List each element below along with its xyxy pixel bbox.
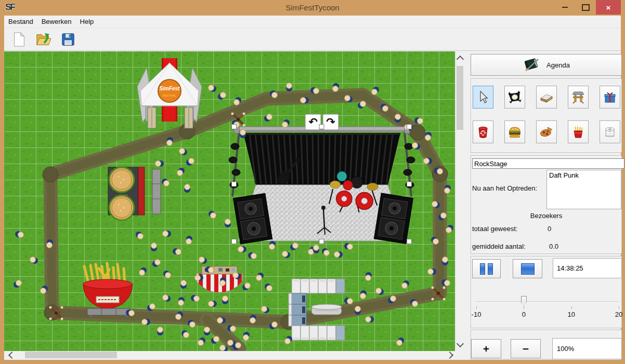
new-document-button[interactable] xyxy=(10,31,28,48)
selection-handle[interactable] xyxy=(319,125,324,129)
visitor xyxy=(178,297,185,306)
selection-handle[interactable] xyxy=(232,182,237,186)
horizontal-scrollbar[interactable] xyxy=(4,351,455,359)
visitor xyxy=(151,243,157,252)
turnstile xyxy=(185,107,193,128)
visitor xyxy=(209,301,217,307)
toilet-block[interactable] xyxy=(289,279,345,340)
minimize-button[interactable] xyxy=(554,0,575,15)
tool-fries[interactable] xyxy=(568,120,589,143)
window-title: SimFestTycoon xyxy=(0,3,625,12)
visitor xyxy=(286,83,292,92)
vertical-scrollbar[interactable] xyxy=(455,51,464,349)
tool-select[interactable] xyxy=(473,86,493,109)
visitor xyxy=(205,266,214,273)
selection-handle[interactable] xyxy=(407,182,412,186)
selection-handle[interactable] xyxy=(232,125,237,129)
fries-icon xyxy=(571,125,585,139)
slider-track[interactable] xyxy=(476,301,619,303)
stage-name-input[interactable] xyxy=(472,158,624,169)
visitor xyxy=(248,252,257,259)
vertical-scroll-thumb[interactable] xyxy=(457,66,463,130)
svg-text:FESTIVAL: FESTIVAL xyxy=(163,94,176,97)
visitor xyxy=(126,309,135,316)
svg-text:SimFest: SimFest xyxy=(160,86,180,91)
maximize-icon xyxy=(582,4,590,11)
agenda-button[interactable]: Agenda xyxy=(471,54,622,76)
agenda-book-icon xyxy=(523,57,540,74)
pizza-icon xyxy=(540,125,553,139)
zoom-out-button[interactable]: − xyxy=(511,339,541,358)
file-toolbar xyxy=(4,28,621,50)
now-playing-label: Nu aan het Optreden: xyxy=(472,184,537,192)
speed-slider[interactable]: -1001020 xyxy=(471,293,622,324)
visitor xyxy=(167,137,174,146)
visitor xyxy=(47,239,54,248)
rotate-right-button[interactable]: ↷ xyxy=(323,114,338,130)
side-panel: Agenda Nu aan het Optreden: Daft Punk Be… xyxy=(465,51,621,360)
maximize-button[interactable] xyxy=(575,0,596,15)
save-button[interactable] xyxy=(59,31,77,48)
bench[interactable] xyxy=(152,169,161,214)
visitor xyxy=(195,275,204,281)
visitor xyxy=(366,272,372,281)
clock-value: 14:38:25 xyxy=(557,264,583,272)
visitor xyxy=(355,306,361,315)
open-folder-button[interactable] xyxy=(35,31,53,48)
slider-label-0: 0 xyxy=(522,311,526,318)
close-button[interactable]: × xyxy=(596,0,621,15)
zoom-in-button[interactable]: + xyxy=(471,339,501,358)
visitor xyxy=(442,257,448,266)
scroll-down-icon[interactable] xyxy=(457,340,464,347)
toilet-paper-icon xyxy=(603,125,617,139)
selection-handle[interactable] xyxy=(232,239,237,244)
tool-gate[interactable] xyxy=(568,86,589,109)
selection-handle[interactable] xyxy=(407,239,412,244)
visitor xyxy=(15,231,24,238)
tool-burger[interactable] xyxy=(504,120,525,143)
tool-trash-can[interactable] xyxy=(473,120,493,143)
menu-bewerken[interactable]: Bewerken xyxy=(37,16,76,27)
festival-canvas[interactable]: SimFestFESTIVAL↶↷ xyxy=(4,51,455,352)
selection-handle[interactable] xyxy=(319,239,324,244)
visitor xyxy=(344,243,353,250)
menu-bestand[interactable]: Bestand xyxy=(4,16,37,27)
visitor xyxy=(243,332,250,341)
menu-help[interactable]: Help xyxy=(76,16,98,27)
clock-display: 14:38:25 xyxy=(553,258,622,278)
spotlight-icon xyxy=(508,90,522,104)
visitor xyxy=(180,280,187,289)
slider-label-20: 20 xyxy=(615,311,622,318)
stage[interactable] xyxy=(229,125,415,244)
visitor xyxy=(222,296,228,305)
scroll-right-icon[interactable] xyxy=(446,352,453,359)
pause-button[interactable] xyxy=(472,259,501,278)
visitors-total-value: 0 xyxy=(548,225,551,233)
agenda-label: Agenda xyxy=(546,61,570,69)
scroll-up-icon[interactable] xyxy=(457,56,464,63)
burger-stand[interactable] xyxy=(108,167,161,220)
minimize-icon xyxy=(562,7,568,8)
horizontal-scroll-thumb[interactable] xyxy=(25,352,117,358)
tool-pizza[interactable] xyxy=(536,120,557,143)
visitor xyxy=(344,298,353,304)
zoom-level-display: 100% xyxy=(552,338,622,359)
slider-thumb[interactable] xyxy=(521,296,527,306)
selection-handle[interactable] xyxy=(407,125,412,129)
visitor xyxy=(204,327,210,336)
stop-button[interactable] xyxy=(513,259,542,278)
close-icon: × xyxy=(606,3,611,12)
slider-label-10: 10 xyxy=(567,311,575,318)
app-window: SF SimFestTycoon × BestandBewerkenHelp S… xyxy=(0,0,625,364)
rotate-left-button[interactable]: ↶ xyxy=(305,114,321,130)
visitors-avg-value: 0.0 xyxy=(549,242,558,250)
scroll-left-icon[interactable] xyxy=(8,352,16,359)
tool-path-tile[interactable] xyxy=(536,86,557,109)
tool-toilet-paper[interactable] xyxy=(600,120,620,143)
visitor xyxy=(250,315,257,323)
visitor xyxy=(269,241,276,250)
tool-gift[interactable] xyxy=(600,86,620,109)
tool-spotlight[interactable] xyxy=(504,86,525,109)
visitor xyxy=(414,117,423,124)
time-control-box: 14:38:25 -1001020 xyxy=(471,256,622,328)
